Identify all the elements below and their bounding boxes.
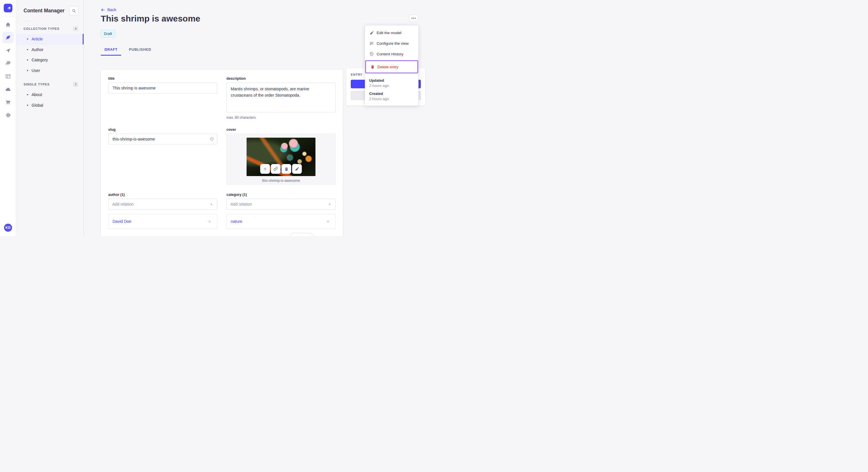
main-nav-rail: KD <box>0 0 16 236</box>
field-slug: slug <box>108 128 217 185</box>
add-media-button[interactable] <box>260 164 270 174</box>
deploy-cloud-icon[interactable] <box>2 83 14 95</box>
field-category: category (1) Add relation nature <box>226 193 336 229</box>
menu-item-label: Content History <box>377 52 403 56</box>
dot-icon <box>412 18 412 19</box>
pencil-icon <box>369 31 374 35</box>
search-icon <box>72 9 76 13</box>
menu-item-label: Delete entry <box>377 65 398 69</box>
bottom-toolbar-pill[interactable] <box>290 234 313 236</box>
main-content: Back This shrimp is awesome Draft DRAFT … <box>84 0 434 236</box>
delete-media-button[interactable] <box>282 164 291 174</box>
home-icon[interactable] <box>2 19 14 30</box>
marketplace-cart-icon[interactable] <box>2 96 14 108</box>
strapi-logo[interactable] <box>4 4 12 12</box>
releases-plane-icon[interactable] <box>2 45 14 56</box>
user-avatar[interactable]: KD <box>4 224 12 232</box>
back-label: Back <box>107 7 116 12</box>
settings-gear-icon[interactable] <box>2 109 14 121</box>
created-label: Created <box>369 92 414 96</box>
section-label-collection-types: COLLECTION TYPES <box>24 27 59 30</box>
plus-icon <box>263 167 268 171</box>
logo-section <box>0 0 16 16</box>
copy-link-button[interactable] <box>271 164 281 174</box>
content-manager-sidebar: Content Manager COLLECTION TYPES 4 Artic… <box>16 0 84 236</box>
entry-actions-menu: Edit the model Configure the view Conten… <box>365 25 418 106</box>
sidebar-item-global[interactable]: Global <box>16 100 84 111</box>
sidebar-item-user[interactable]: User <box>16 65 84 76</box>
menu-item-edit-the-model[interactable]: Edit the model <box>365 28 418 38</box>
collection-types-count-badge: 4 <box>73 26 79 31</box>
author-relation-link[interactable]: David Doe <box>113 219 131 224</box>
page-title: This shrimp is awesome <box>101 14 200 24</box>
close-icon <box>208 220 212 224</box>
field-title: title <box>108 76 217 120</box>
chevron-down-icon <box>210 202 213 206</box>
bullet-icon <box>27 94 28 95</box>
menu-item-content-history[interactable]: Content History <box>365 49 418 59</box>
updated-label: Updated <box>369 78 414 82</box>
pencil-icon <box>295 167 299 171</box>
remove-category-relation-button[interactable] <box>324 218 331 225</box>
media-actions-toolbar <box>260 164 302 174</box>
version-tabs: DRAFT PUBLISHED <box>101 45 155 56</box>
description-textarea[interactable]: Mantis shrimps, or stomatopods, are mari… <box>226 82 336 112</box>
title-input[interactable] <box>108 82 217 94</box>
cover-field-label: cover <box>226 128 336 132</box>
sidebar-item-article[interactable]: Article <box>16 34 84 44</box>
author-relation-item: David Doe <box>108 214 217 229</box>
back-link[interactable]: Back <box>101 7 116 12</box>
media-library-images-icon[interactable] <box>2 58 14 69</box>
collection-types-list: Article Author Category User <box>16 34 84 76</box>
sidebar-item-label: Global <box>32 103 43 107</box>
field-description: description Mantis shrimps, or stomatopo… <box>226 76 336 120</box>
description-helper-text: max. 80 characters <box>226 115 336 120</box>
sidebar-item-label: Article <box>32 37 43 41</box>
bullet-icon <box>27 105 28 106</box>
edit-media-button[interactable] <box>292 164 302 174</box>
single-types-list: About Global <box>16 90 84 110</box>
refresh-icon <box>210 137 214 141</box>
sidebar-item-label: User <box>32 68 40 73</box>
updated-value: 2 hours ago <box>369 83 414 88</box>
remove-author-relation-button[interactable] <box>206 218 213 225</box>
more-actions-button[interactable] <box>409 14 418 22</box>
section-label-single-types: SINGLE TYPES <box>24 82 50 86</box>
configure-view-icon <box>369 41 374 45</box>
bullet-icon <box>27 49 28 50</box>
created-value: 2 hours ago <box>369 97 414 101</box>
link-icon <box>274 167 278 171</box>
slug-field-label: slug <box>108 128 217 132</box>
menu-item-delete-entry[interactable]: Delete entry <box>366 61 417 72</box>
category-field-label: category (1) <box>226 193 336 197</box>
bullet-icon <box>27 70 28 71</box>
category-relation-item: nature <box>226 214 336 229</box>
status-badge: Draft <box>101 30 115 38</box>
content-manager-feather-icon[interactable] <box>2 32 14 43</box>
field-author: author (1) Add relation David Doe <box>108 193 217 229</box>
menu-item-configure-the-view[interactable]: Configure the view <box>365 38 418 49</box>
author-relation-select[interactable]: Add relation <box>108 199 217 210</box>
tab-published[interactable]: PUBLISHED <box>125 45 155 56</box>
search-button[interactable] <box>69 6 79 15</box>
strapi-logo-glyph <box>5 5 11 11</box>
tab-draft[interactable]: DRAFT <box>101 45 121 56</box>
chevron-down-icon <box>328 202 332 206</box>
delete-entry-highlight-outline: Delete entry <box>365 60 418 73</box>
category-relation-select[interactable]: Add relation <box>226 199 336 210</box>
history-clock-icon <box>369 52 374 56</box>
menu-item-label: Configure the view <box>377 41 409 45</box>
cover-image-preview <box>247 138 315 176</box>
category-relation-link[interactable]: nature <box>231 219 242 224</box>
title-field-label: title <box>108 76 217 80</box>
content-type-builder-layout-icon[interactable] <box>2 71 14 82</box>
sidebar-item-about[interactable]: About <box>16 90 84 100</box>
sidebar-item-category[interactable]: Category <box>16 55 84 65</box>
regenerate-slug-button[interactable] <box>208 135 216 143</box>
sidebar-item-author[interactable]: Author <box>16 44 84 55</box>
category-select-placeholder: Add relation <box>230 202 252 206</box>
trash-icon <box>284 167 288 171</box>
slug-input[interactable] <box>108 134 217 144</box>
arrow-left-icon <box>101 8 105 12</box>
menu-item-label: Edit the model <box>377 31 401 35</box>
